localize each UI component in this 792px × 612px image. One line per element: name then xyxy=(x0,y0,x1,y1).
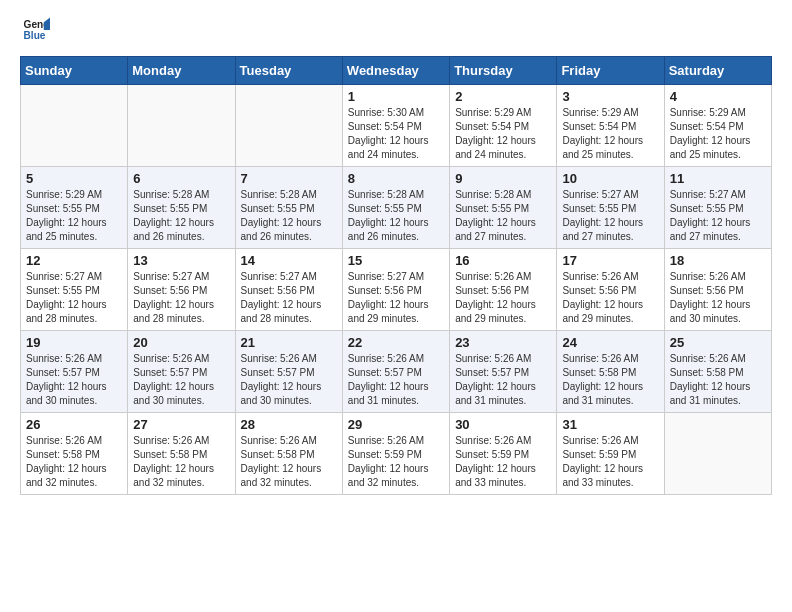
day-info: Sunrise: 5:26 AM Sunset: 5:56 PM Dayligh… xyxy=(562,270,658,326)
day-number: 20 xyxy=(133,335,229,350)
day-cell: 3Sunrise: 5:29 AM Sunset: 5:54 PM Daylig… xyxy=(557,85,664,167)
day-cell xyxy=(664,413,771,495)
day-number: 21 xyxy=(241,335,337,350)
day-number: 10 xyxy=(562,171,658,186)
day-number: 11 xyxy=(670,171,766,186)
day-info: Sunrise: 5:28 AM Sunset: 5:55 PM Dayligh… xyxy=(455,188,551,244)
day-number: 26 xyxy=(26,417,122,432)
day-cell: 9Sunrise: 5:28 AM Sunset: 5:55 PM Daylig… xyxy=(450,167,557,249)
day-info: Sunrise: 5:26 AM Sunset: 5:59 PM Dayligh… xyxy=(562,434,658,490)
day-info: Sunrise: 5:28 AM Sunset: 5:55 PM Dayligh… xyxy=(241,188,337,244)
day-info: Sunrise: 5:26 AM Sunset: 5:56 PM Dayligh… xyxy=(670,270,766,326)
day-number: 16 xyxy=(455,253,551,268)
day-info: Sunrise: 5:26 AM Sunset: 5:58 PM Dayligh… xyxy=(241,434,337,490)
week-row-2: 5Sunrise: 5:29 AM Sunset: 5:55 PM Daylig… xyxy=(21,167,772,249)
page: General Blue SundayMondayTuesdayWednesda… xyxy=(0,0,792,511)
day-cell: 26Sunrise: 5:26 AM Sunset: 5:58 PM Dayli… xyxy=(21,413,128,495)
day-number: 15 xyxy=(348,253,444,268)
day-cell: 21Sunrise: 5:26 AM Sunset: 5:57 PM Dayli… xyxy=(235,331,342,413)
day-number: 23 xyxy=(455,335,551,350)
day-header-thursday: Thursday xyxy=(450,57,557,85)
day-info: Sunrise: 5:26 AM Sunset: 5:56 PM Dayligh… xyxy=(455,270,551,326)
day-number: 25 xyxy=(670,335,766,350)
day-cell: 22Sunrise: 5:26 AM Sunset: 5:57 PM Dayli… xyxy=(342,331,449,413)
logo: General Blue xyxy=(20,16,54,48)
day-header-friday: Friday xyxy=(557,57,664,85)
day-number: 3 xyxy=(562,89,658,104)
day-cell: 4Sunrise: 5:29 AM Sunset: 5:54 PM Daylig… xyxy=(664,85,771,167)
day-info: Sunrise: 5:27 AM Sunset: 5:55 PM Dayligh… xyxy=(670,188,766,244)
day-cell: 30Sunrise: 5:26 AM Sunset: 5:59 PM Dayli… xyxy=(450,413,557,495)
week-row-3: 12Sunrise: 5:27 AM Sunset: 5:55 PM Dayli… xyxy=(21,249,772,331)
day-info: Sunrise: 5:26 AM Sunset: 5:58 PM Dayligh… xyxy=(562,352,658,408)
day-number: 14 xyxy=(241,253,337,268)
day-cell: 14Sunrise: 5:27 AM Sunset: 5:56 PM Dayli… xyxy=(235,249,342,331)
day-number: 9 xyxy=(455,171,551,186)
day-info: Sunrise: 5:28 AM Sunset: 5:55 PM Dayligh… xyxy=(133,188,229,244)
day-number: 5 xyxy=(26,171,122,186)
day-header-tuesday: Tuesday xyxy=(235,57,342,85)
day-cell: 12Sunrise: 5:27 AM Sunset: 5:55 PM Dayli… xyxy=(21,249,128,331)
day-cell: 18Sunrise: 5:26 AM Sunset: 5:56 PM Dayli… xyxy=(664,249,771,331)
day-info: Sunrise: 5:26 AM Sunset: 5:58 PM Dayligh… xyxy=(26,434,122,490)
week-row-5: 26Sunrise: 5:26 AM Sunset: 5:58 PM Dayli… xyxy=(21,413,772,495)
day-cell: 11Sunrise: 5:27 AM Sunset: 5:55 PM Dayli… xyxy=(664,167,771,249)
svg-text:Blue: Blue xyxy=(24,30,46,41)
day-number: 2 xyxy=(455,89,551,104)
day-info: Sunrise: 5:30 AM Sunset: 5:54 PM Dayligh… xyxy=(348,106,444,162)
day-cell: 16Sunrise: 5:26 AM Sunset: 5:56 PM Dayli… xyxy=(450,249,557,331)
day-cell: 25Sunrise: 5:26 AM Sunset: 5:58 PM Dayli… xyxy=(664,331,771,413)
day-number: 24 xyxy=(562,335,658,350)
day-cell xyxy=(21,85,128,167)
day-cell: 10Sunrise: 5:27 AM Sunset: 5:55 PM Dayli… xyxy=(557,167,664,249)
day-cell: 19Sunrise: 5:26 AM Sunset: 5:57 PM Dayli… xyxy=(21,331,128,413)
day-info: Sunrise: 5:27 AM Sunset: 5:55 PM Dayligh… xyxy=(26,270,122,326)
day-info: Sunrise: 5:26 AM Sunset: 5:58 PM Dayligh… xyxy=(670,352,766,408)
week-row-4: 19Sunrise: 5:26 AM Sunset: 5:57 PM Dayli… xyxy=(21,331,772,413)
day-number: 27 xyxy=(133,417,229,432)
day-cell: 29Sunrise: 5:26 AM Sunset: 5:59 PM Dayli… xyxy=(342,413,449,495)
day-cell: 15Sunrise: 5:27 AM Sunset: 5:56 PM Dayli… xyxy=(342,249,449,331)
day-number: 4 xyxy=(670,89,766,104)
day-cell: 13Sunrise: 5:27 AM Sunset: 5:56 PM Dayli… xyxy=(128,249,235,331)
day-number: 29 xyxy=(348,417,444,432)
day-cell: 17Sunrise: 5:26 AM Sunset: 5:56 PM Dayli… xyxy=(557,249,664,331)
day-info: Sunrise: 5:26 AM Sunset: 5:59 PM Dayligh… xyxy=(348,434,444,490)
day-number: 31 xyxy=(562,417,658,432)
logo-icon: General Blue xyxy=(22,16,50,44)
day-info: Sunrise: 5:28 AM Sunset: 5:55 PM Dayligh… xyxy=(348,188,444,244)
day-cell: 1Sunrise: 5:30 AM Sunset: 5:54 PM Daylig… xyxy=(342,85,449,167)
day-cell: 24Sunrise: 5:26 AM Sunset: 5:58 PM Dayli… xyxy=(557,331,664,413)
day-cell: 8Sunrise: 5:28 AM Sunset: 5:55 PM Daylig… xyxy=(342,167,449,249)
day-cell: 20Sunrise: 5:26 AM Sunset: 5:57 PM Dayli… xyxy=(128,331,235,413)
day-number: 22 xyxy=(348,335,444,350)
day-number: 17 xyxy=(562,253,658,268)
day-number: 28 xyxy=(241,417,337,432)
day-header-saturday: Saturday xyxy=(664,57,771,85)
day-number: 18 xyxy=(670,253,766,268)
day-cell: 28Sunrise: 5:26 AM Sunset: 5:58 PM Dayli… xyxy=(235,413,342,495)
day-number: 8 xyxy=(348,171,444,186)
day-info: Sunrise: 5:26 AM Sunset: 5:57 PM Dayligh… xyxy=(26,352,122,408)
day-cell: 31Sunrise: 5:26 AM Sunset: 5:59 PM Dayli… xyxy=(557,413,664,495)
header: General Blue xyxy=(20,16,772,48)
day-info: Sunrise: 5:27 AM Sunset: 5:56 PM Dayligh… xyxy=(133,270,229,326)
week-row-1: 1Sunrise: 5:30 AM Sunset: 5:54 PM Daylig… xyxy=(21,85,772,167)
day-info: Sunrise: 5:27 AM Sunset: 5:56 PM Dayligh… xyxy=(348,270,444,326)
day-info: Sunrise: 5:29 AM Sunset: 5:54 PM Dayligh… xyxy=(670,106,766,162)
day-cell: 6Sunrise: 5:28 AM Sunset: 5:55 PM Daylig… xyxy=(128,167,235,249)
day-info: Sunrise: 5:26 AM Sunset: 5:57 PM Dayligh… xyxy=(241,352,337,408)
day-info: Sunrise: 5:29 AM Sunset: 5:54 PM Dayligh… xyxy=(562,106,658,162)
day-number: 1 xyxy=(348,89,444,104)
day-number: 7 xyxy=(241,171,337,186)
day-cell: 2Sunrise: 5:29 AM Sunset: 5:54 PM Daylig… xyxy=(450,85,557,167)
day-number: 6 xyxy=(133,171,229,186)
day-info: Sunrise: 5:26 AM Sunset: 5:57 PM Dayligh… xyxy=(455,352,551,408)
day-info: Sunrise: 5:27 AM Sunset: 5:55 PM Dayligh… xyxy=(562,188,658,244)
calendar: SundayMondayTuesdayWednesdayThursdayFrid… xyxy=(20,56,772,495)
day-info: Sunrise: 5:26 AM Sunset: 5:59 PM Dayligh… xyxy=(455,434,551,490)
day-header-monday: Monday xyxy=(128,57,235,85)
day-cell: 23Sunrise: 5:26 AM Sunset: 5:57 PM Dayli… xyxy=(450,331,557,413)
day-header-wednesday: Wednesday xyxy=(342,57,449,85)
day-cell: 27Sunrise: 5:26 AM Sunset: 5:58 PM Dayli… xyxy=(128,413,235,495)
